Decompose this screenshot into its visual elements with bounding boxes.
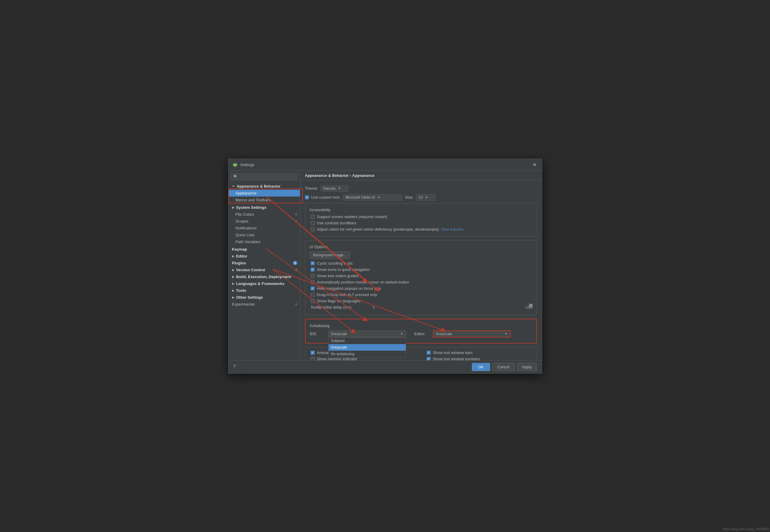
sidebar-item-menus-toolbars[interactable]: Menus and Toolbars	[229, 197, 300, 203]
color-blindness-checkbox[interactable]	[311, 227, 315, 231]
sidebar-label: System Settings	[236, 205, 267, 210]
sidebar-item-keymap[interactable]: Keymap	[229, 246, 300, 253]
search-input[interactable]	[240, 175, 295, 179]
contrast-scrollbars-checkbox[interactable]	[311, 221, 315, 225]
expand-triangle: ▶	[232, 206, 235, 209]
sidebar-item-appearance[interactable]: Appearance	[229, 190, 300, 197]
ide-dropdown[interactable]: Greyscale ▼	[328, 331, 406, 337]
drag-alt-label: Drag-n-Drop with ALT pressed only	[317, 292, 377, 297]
cyclic-scroll-checkbox[interactable]	[311, 261, 315, 265]
footer: ? OK Cancel Apply	[229, 360, 542, 373]
cancel-button[interactable]: Cancel	[492, 363, 515, 371]
editor-dropdown[interactable]: Greyscale ▼	[433, 330, 511, 338]
custom-font-checkbox[interactable]	[305, 195, 309, 199]
sidebar-item-file-colors[interactable]: File Colors ⊕	[229, 211, 300, 218]
sidebar-label: Appearance	[236, 191, 257, 195]
search-box[interactable]: 🔍	[231, 173, 298, 180]
title-bar: Settings ✕	[229, 159, 542, 171]
sidebar-item-notifications[interactable]: Notifications	[229, 225, 300, 231]
help-button[interactable]: ?	[233, 364, 236, 370]
how-it-works-link[interactable]: How it works	[441, 227, 463, 231]
ui-item-0: Cyclic scrolling in list	[310, 261, 532, 266]
size-dropdown[interactable]: 13 ▼	[416, 194, 435, 201]
watermark: https://blog.csdn.net/qq_25390853	[723, 528, 769, 531]
show-icons-nav-checkbox[interactable]	[311, 268, 315, 272]
sidebar-item-system-settings[interactable]: ▶ System Settings	[229, 204, 300, 211]
ui-item-1: Show icons in quick navigation	[310, 267, 532, 272]
size-value: 13	[419, 195, 422, 200]
footer-buttons: OK Cancel Apply	[472, 363, 537, 371]
sidebar-item-plugins[interactable]: Plugins 1	[229, 260, 300, 266]
sidebar-label: Build, Execution, Deployment	[236, 275, 291, 279]
sidebar-item-appearance-behavior[interactable]: ▼ Appearance & Behavior	[229, 183, 300, 190]
svg-rect-2	[233, 164, 237, 166]
sidebar: 🔍 ▼ Appearance & Behavior Appearance Men…	[229, 171, 300, 360]
sidebar-item-quick-lists[interactable]: Quick Lists	[229, 231, 300, 238]
expand-triangle: ▶	[232, 289, 235, 292]
size-label: Size:	[405, 195, 414, 200]
accessibility-title: Accessibility	[310, 208, 532, 212]
show-memory-checkbox[interactable]	[311, 357, 315, 360]
animate-windows-checkbox[interactable]	[311, 351, 315, 355]
ui-item-3: Automatically position mouse cursor on d…	[310, 280, 532, 284]
svg-rect-4	[237, 164, 237, 165]
sidebar-label: Tools	[236, 288, 247, 293]
sidebar-item-build[interactable]: ▶ Build, Execution, Deployment	[229, 273, 300, 280]
sidebar-label: Keymap	[232, 247, 247, 252]
vc-icon: ⊕	[295, 268, 298, 272]
breadcrumb-parent: Appearance & Behavior	[305, 173, 349, 178]
show-flags-label: Show flags for languages	[317, 299, 361, 303]
settings-content: Theme: Darcula ▼ Use custom font: Micros…	[300, 180, 542, 360]
sidebar-item-scopes[interactable]: Scopes ⊕	[229, 218, 300, 225]
dropdown-arrow-icon: ▼	[425, 196, 428, 199]
ide-label: IDE:	[310, 332, 325, 336]
contrast-scrollbars-label: Use contrast scrollbars	[317, 221, 356, 225]
sidebar-item-experimental[interactable]: Experimental ⊕	[229, 301, 300, 308]
close-button[interactable]: ✕	[531, 161, 538, 168]
breadcrumb: Appearance & Behavior › Appearance	[300, 171, 542, 180]
slider-thumb[interactable]	[529, 304, 532, 307]
slider-min: 0	[373, 306, 379, 309]
expand-triangle: ▶	[232, 275, 235, 278]
sidebar-label: Menus and Toolbars	[236, 198, 271, 202]
show-flags-checkbox[interactable]	[311, 299, 315, 303]
popup-subpixel[interactable]: Subpixel	[329, 338, 406, 344]
hide-nav-popups-checkbox[interactable]	[311, 286, 315, 290]
ok-button[interactable]: OK	[472, 363, 490, 371]
svg-rect-5	[234, 166, 235, 167]
show-tree-indent-label: Show tree indent guides	[317, 274, 359, 278]
font-row: Use custom font: Microsoft YaHei UI ▼ Si…	[305, 194, 537, 201]
auto-position-mouse-checkbox[interactable]	[311, 280, 315, 284]
sidebar-item-version-control[interactable]: ▶ Version Control ⊕	[229, 266, 300, 273]
drag-alt-checkbox[interactable]	[311, 293, 315, 297]
show-tool-numbers-label: Show tool window numbers	[433, 357, 480, 360]
sidebar-item-tools[interactable]: ▶ Tools	[229, 287, 300, 294]
show-tree-indent-checkbox[interactable]	[311, 274, 315, 278]
sidebar-item-path-variables[interactable]: Path Variables	[229, 238, 300, 245]
sidebar-label: Quick Lists	[236, 233, 255, 237]
background-image-button[interactable]: Background Image...	[310, 252, 350, 259]
exp-icon: ⊕	[295, 302, 298, 306]
popup-greyscale[interactable]: Greyscale	[329, 344, 406, 351]
dropdown-arrow-icon: ▼	[505, 332, 508, 335]
svg-rect-6	[235, 166, 236, 167]
font-dropdown[interactable]: Microsoft YaHei UI ▼	[343, 194, 402, 201]
show-tool-bars-label: Show tool window bars	[433, 350, 473, 355]
show-tool-bars-checkbox[interactable]	[427, 351, 431, 355]
sidebar-item-editor[interactable]: ▶ Editor	[229, 253, 300, 260]
accessibility-item-2: Adjust colors for red-green vision defic…	[310, 227, 532, 231]
show-tool-numbers-checkbox[interactable]	[427, 357, 431, 360]
ui-item-2: Show tree indent guides	[310, 274, 532, 278]
accessibility-item-0: Support screen readers (requires restart…	[310, 214, 532, 219]
dropdown-arrow-icon: ▼	[338, 187, 341, 190]
popup-no-antialias[interactable]: No antialiasing	[329, 351, 406, 357]
sidebar-label: File Colors	[236, 212, 254, 217]
antialiasing-ide-row: IDE: Greyscale ▼ Subpixel Grey	[310, 330, 532, 338]
apply-button[interactable]: Apply	[517, 363, 537, 371]
screen-readers-label: Support screen readers (requires restart…	[317, 214, 388, 219]
sidebar-label: Plugins	[232, 261, 246, 265]
sidebar-item-other-settings[interactable]: ▶ Other Settings	[229, 294, 300, 301]
screen-readers-checkbox[interactable]	[311, 215, 315, 219]
theme-dropdown[interactable]: Darcula ▼	[321, 185, 348, 192]
sidebar-item-languages[interactable]: ▶ Languages & Frameworks	[229, 280, 300, 287]
